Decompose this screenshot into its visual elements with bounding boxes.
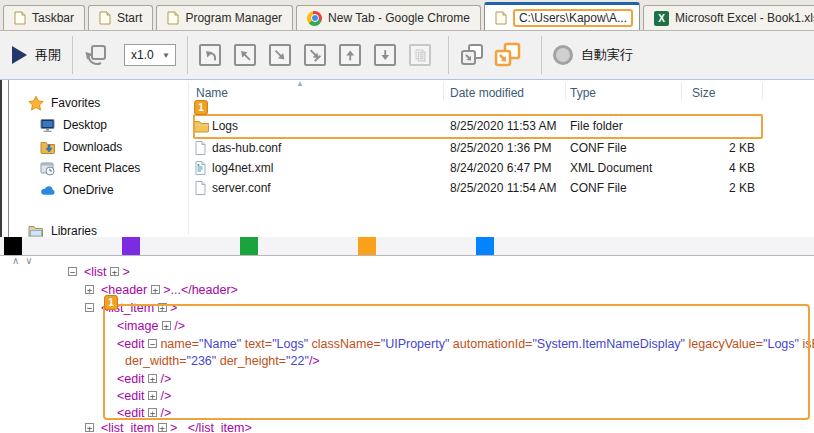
arrow-down-right-line-button[interactable] bbox=[304, 44, 326, 66]
sidebar-item-label: Libraries bbox=[51, 224, 97, 238]
tree-row[interactable]: −<list + > bbox=[0, 265, 814, 281]
tree-row[interactable]: +<list_item + > </list_item> bbox=[0, 421, 814, 433]
column-header-type[interactable]: Type bbox=[570, 86, 596, 100]
arrow-up-button[interactable] bbox=[339, 44, 361, 66]
tree-token: <list bbox=[84, 265, 110, 279]
refresh-button[interactable] bbox=[84, 43, 108, 67]
tab-program-manager[interactable]: Program Manager bbox=[156, 5, 293, 30]
autorun-label: 自動実行 bbox=[581, 46, 633, 64]
expand-toggle-icon[interactable]: + bbox=[158, 423, 167, 432]
window-edge bbox=[0, 80, 9, 237]
tree-row[interactable]: <edit + /> bbox=[0, 389, 814, 405]
tab-label: Start bbox=[117, 11, 142, 25]
arrow-down-icon bbox=[379, 49, 392, 62]
tree-row[interactable]: <edit + /> bbox=[0, 372, 814, 388]
tree-token: <edit bbox=[117, 337, 148, 351]
tab-taskbar[interactable]: Taskbar bbox=[3, 5, 85, 30]
file-row-log4net-xml[interactable]: log4net.xml8/24/2020 6:47 PMXML Document… bbox=[190, 160, 770, 178]
arrow-down-right-button[interactable] bbox=[269, 44, 291, 66]
tree-token: <list_item bbox=[101, 301, 158, 315]
sidebar-item-label: Favorites bbox=[51, 96, 100, 110]
switch-window-active-button[interactable] bbox=[494, 42, 522, 68]
color-swatch[interactable] bbox=[358, 237, 376, 255]
file-name: das-hub.conf bbox=[212, 141, 281, 155]
sidebar-item-recent-places[interactable]: Recent Places bbox=[40, 159, 140, 177]
onedrive-cloud-icon bbox=[40, 183, 56, 198]
column-header-date-modified[interactable]: Date modified bbox=[450, 86, 524, 100]
file-date: 8/24/2020 6:47 PM bbox=[450, 161, 551, 175]
column-separator bbox=[443, 82, 444, 100]
device-automation-window: TaskbarStartProgram ManagerNew Tab - Goo… bbox=[0, 0, 814, 433]
collapse-toggle-icon[interactable]: − bbox=[68, 267, 77, 276]
sidebar-item-label: Recent Places bbox=[63, 161, 140, 175]
copy-disabled-button[interactable] bbox=[409, 44, 431, 66]
color-swatch[interactable] bbox=[122, 237, 140, 255]
column-header-name[interactable]: Name bbox=[196, 86, 228, 100]
tree-row[interactable]: +<header + >...</header> bbox=[0, 283, 814, 299]
device-screen-explorer: FavoritesDesktopDownloadsRecent PlacesOn… bbox=[0, 80, 814, 237]
color-swatch[interactable] bbox=[476, 237, 494, 255]
arrow-up-left-curve-button[interactable] bbox=[199, 44, 221, 66]
zoom-value: x1.0 bbox=[131, 48, 154, 62]
ui-tree-panel: ∧∨ −<list + >+<header + >...</header>−<l… bbox=[0, 257, 814, 433]
column-header-size[interactable]: Size bbox=[692, 86, 715, 100]
expand-toggle-icon[interactable]: + bbox=[148, 408, 157, 417]
tab-start[interactable]: Start bbox=[88, 5, 153, 30]
tree-row[interactable]: <image + /> bbox=[0, 319, 814, 335]
tree-token: "22" bbox=[286, 354, 309, 368]
tab-highlight-box: C:\Users\Kapow\A... bbox=[513, 9, 633, 27]
expand-toggle-icon[interactable]: + bbox=[162, 321, 171, 330]
sidebar-item-downloads[interactable]: Downloads bbox=[40, 138, 122, 156]
file-row-server-conf[interactable]: server.conf8/25/2020 11:54 AMCONF File2 … bbox=[190, 180, 770, 198]
zoom-select[interactable]: x1.0 ▼ bbox=[124, 44, 176, 66]
collapse-toggle-icon[interactable]: − bbox=[85, 303, 94, 312]
file-list: ▲ Logs8/25/2020 11:53 AMFile folderdas-h… bbox=[190, 80, 814, 237]
page-icon bbox=[167, 11, 179, 25]
tree-row[interactable]: der_width="236" der_height="22"/> bbox=[0, 354, 814, 370]
sort-ascending-icon: ▲ bbox=[296, 79, 304, 88]
switch-window-button[interactable] bbox=[460, 43, 486, 67]
tree-token: "Name" bbox=[199, 337, 241, 351]
color-swatch[interactable] bbox=[4, 237, 22, 255]
file-row-logs[interactable]: Logs8/25/2020 11:53 AMFile folder bbox=[190, 118, 770, 136]
tree-token: isEn bbox=[799, 337, 814, 351]
sidebar-item-favorites[interactable]: Favorites bbox=[28, 94, 100, 112]
tree-row[interactable]: −<list_item + > bbox=[0, 301, 814, 317]
resume-button[interactable]: 再開 bbox=[12, 46, 61, 64]
tree-token: </list_item> bbox=[188, 421, 252, 433]
tree-row[interactable]: <edit + /> bbox=[0, 406, 814, 422]
tab-c-users-kapow-a[interactable]: C:\Users\Kapow\A... bbox=[484, 2, 640, 30]
recent-places-icon bbox=[40, 161, 56, 176]
expand-toggle-icon[interactable]: + bbox=[85, 423, 94, 432]
expand-toggle-icon[interactable]: + bbox=[85, 285, 94, 294]
page-icon bbox=[14, 11, 26, 25]
tree-token: text= bbox=[241, 337, 272, 351]
color-swatch[interactable] bbox=[240, 237, 258, 255]
expand-toggle-icon[interactable]: + bbox=[151, 285, 160, 294]
page-icon bbox=[99, 11, 111, 25]
tab-microsoft-excel-book1-xlsx[interactable]: XMicrosoft Excel - Book1.xlsx bbox=[643, 5, 814, 30]
expand-toggle-icon[interactable]: + bbox=[110, 267, 119, 276]
file-row-das-hub-conf[interactable]: das-hub.conf8/25/2020 1:36 PMCONF File2 … bbox=[190, 140, 770, 158]
tab-label: C:\Users\Kapow\A... bbox=[519, 11, 627, 25]
page-icon bbox=[495, 11, 507, 25]
tree-row[interactable]: <edit − name="Name" text="Logs" classNam… bbox=[0, 337, 814, 353]
arrow-down-right-line-icon bbox=[309, 49, 322, 62]
tree-token: <image bbox=[117, 319, 162, 333]
tree-token: /> bbox=[157, 406, 171, 420]
collapse-toggle-icon[interactable]: − bbox=[148, 339, 157, 348]
sidebar-item-label: Downloads bbox=[63, 140, 122, 154]
desktop-icon bbox=[40, 118, 56, 133]
arrow-up-left-button[interactable] bbox=[234, 44, 256, 66]
expand-toggle-icon[interactable]: + bbox=[148, 391, 157, 400]
arrow-up-left-icon bbox=[239, 49, 252, 62]
expand-toggle-icon[interactable]: + bbox=[148, 374, 157, 383]
expand-toggle-icon[interactable]: + bbox=[158, 303, 167, 312]
sidebar-item-desktop[interactable]: Desktop bbox=[40, 116, 107, 134]
step-button-group bbox=[199, 44, 444, 66]
toolbar: 再開 x1.0 ▼ bbox=[0, 31, 814, 80]
sidebar-item-onedrive[interactable]: OneDrive bbox=[40, 181, 114, 199]
tab-new-tab-google-chrome[interactable]: New Tab - Google Chrome bbox=[296, 5, 481, 30]
autorun-button[interactable]: 自動実行 bbox=[553, 45, 633, 65]
arrow-down-button[interactable] bbox=[374, 44, 396, 66]
